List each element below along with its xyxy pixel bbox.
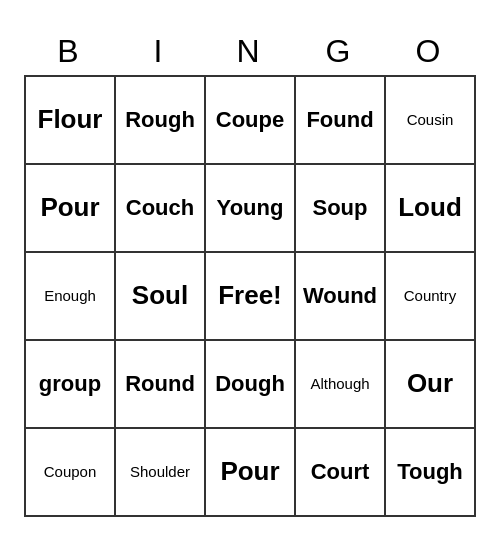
bingo-cell: Coupe <box>206 77 296 165</box>
cell-text: Wound <box>303 283 377 309</box>
bingo-cell: Coupon <box>26 429 116 517</box>
header-letter: O <box>384 27 474 75</box>
bingo-cell: Wound <box>296 253 386 341</box>
cell-text: Soul <box>132 280 188 311</box>
cell-text: Found <box>306 107 373 133</box>
cell-text: Pour <box>220 456 279 487</box>
bingo-cell: group <box>26 341 116 429</box>
bingo-cell: Enough <box>26 253 116 341</box>
cell-text: Round <box>125 371 195 397</box>
cell-text: Rough <box>125 107 195 133</box>
bingo-row: groupRoundDoughAlthoughOur <box>26 341 476 429</box>
header-letter: B <box>24 27 114 75</box>
bingo-row: CouponShoulderPourCourtTough <box>26 429 476 517</box>
bingo-cell: Pour <box>206 429 296 517</box>
bingo-cell: Dough <box>206 341 296 429</box>
bingo-cell: Soul <box>116 253 206 341</box>
cell-text: Young <box>217 195 284 221</box>
bingo-cell: Round <box>116 341 206 429</box>
bingo-cell: Found <box>296 77 386 165</box>
bingo-card: BINGO FlourRoughCoupeFoundCousinPourCouc… <box>24 27 476 517</box>
bingo-cell: Couch <box>116 165 206 253</box>
cell-text: Coupe <box>216 107 284 133</box>
cell-text: Couch <box>126 195 194 221</box>
cell-text: Pour <box>40 192 99 223</box>
bingo-cell: Court <box>296 429 386 517</box>
cell-text: Loud <box>398 192 462 223</box>
bingo-cell: Flour <box>26 77 116 165</box>
cell-text: Country <box>404 287 457 305</box>
bingo-header: BINGO <box>24 27 476 75</box>
cell-text: Court <box>311 459 370 485</box>
bingo-cell: Tough <box>386 429 476 517</box>
cell-text: Enough <box>44 287 96 305</box>
cell-text: Free! <box>218 280 282 311</box>
cell-text: Shoulder <box>130 463 190 481</box>
bingo-cell: Our <box>386 341 476 429</box>
header-letter: G <box>294 27 384 75</box>
bingo-cell: Young <box>206 165 296 253</box>
cell-text: Flour <box>38 104 103 135</box>
bingo-row: EnoughSoulFree!WoundCountry <box>26 253 476 341</box>
bingo-cell: Pour <box>26 165 116 253</box>
cell-text: group <box>39 371 101 397</box>
bingo-cell: Country <box>386 253 476 341</box>
bingo-row: PourCouchYoungSoupLoud <box>26 165 476 253</box>
bingo-cell: Free! <box>206 253 296 341</box>
cell-text: Cousin <box>407 111 454 129</box>
bingo-grid: FlourRoughCoupeFoundCousinPourCouchYoung… <box>24 75 476 517</box>
bingo-cell: Cousin <box>386 77 476 165</box>
header-letter: I <box>114 27 204 75</box>
bingo-cell: Rough <box>116 77 206 165</box>
cell-text: Soup <box>313 195 368 221</box>
bingo-cell: Shoulder <box>116 429 206 517</box>
bingo-cell: Loud <box>386 165 476 253</box>
cell-text: Coupon <box>44 463 97 481</box>
bingo-cell: Although <box>296 341 386 429</box>
header-letter: N <box>204 27 294 75</box>
bingo-cell: Soup <box>296 165 386 253</box>
cell-text: Dough <box>215 371 285 397</box>
cell-text: Tough <box>397 459 463 485</box>
cell-text: Our <box>407 368 453 399</box>
cell-text: Although <box>310 375 369 393</box>
bingo-row: FlourRoughCoupeFoundCousin <box>26 77 476 165</box>
